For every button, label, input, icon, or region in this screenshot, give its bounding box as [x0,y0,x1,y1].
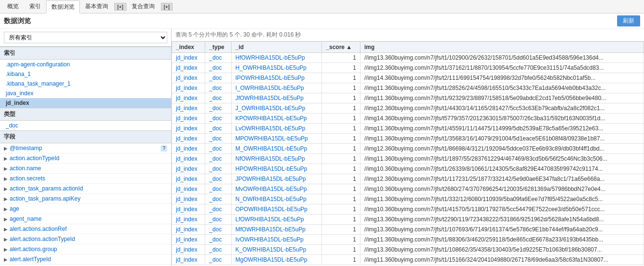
field-item-action-type-id[interactable]: ▶ action.actionTypeId [0,153,171,164]
cell-type: _doc [205,184,231,194]
cell-id: HPOWRHIBA15DL-bE5uPp [231,164,322,174]
cell-img: //img11.360buyimg.com/n7/jfs/t1/45591/11… [360,124,644,134]
cell-index: jd_index [172,225,205,235]
cell-score: 1 [322,204,360,215]
col-header-score[interactable]: _score ▲ [322,42,360,53]
field-item-action-name[interactable]: ▶ action.name [0,164,171,174]
col-header-index[interactable]: _index [172,42,205,53]
tab-basic-query[interactable]: 基本查询 [80,0,113,13]
cell-index: jd_index [172,53,205,63]
table-row[interactable]: jd_index _doc M_OWRHIBA15DL-bE5uPp 1 //i… [172,144,644,154]
table-row[interactable]: jd_index _doc MPOWRHIBA15DL-bE5uPp 1 //i… [172,134,644,144]
cell-img: //img10.360buyimg.com/n7/jfs/t1/41570/5/… [360,204,644,215]
table-row[interactable]: jd_index _doc N_OWRHIBA15DL-bE5uPp 1 //i… [172,194,644,204]
cell-img: //img14.360buyimg.com/n7/jfs/t5779/357/2… [360,114,644,124]
type-item-doc[interactable]: _doc [0,121,171,130]
cell-id: MfOWRHIBA15DL-bE5uPp [231,225,322,235]
tab-overview[interactable]: 概览 [2,0,24,13]
col-header-type[interactable]: _type [205,42,231,53]
cell-score: 1 [322,124,360,134]
field-item-alert-type-id[interactable]: ▶ alert.alertTypeId [0,254,171,265]
cell-score: 1 [322,245,360,255]
page-title: 数据浏览 [4,17,31,25]
cell-id: NfOWRHIBA15DL-bE5uPp [231,154,322,164]
table-row[interactable]: jd_index _doc LfOWRHIBA15DL-bE5uPp 1 //i… [172,215,644,225]
field-arrow-icon: ▶ [4,186,8,191]
table-row[interactable]: jd_index _doc I_OWRHIBA15DL-bE5uPp 1 //i… [172,83,644,93]
field-item-agent-name[interactable]: ▶ agent_name [0,214,171,224]
cell-type: _doc [205,164,231,174]
table-row[interactable]: jd_index _doc NfOWRHIBA15DL-bE5uPp 1 //i… [172,154,644,164]
field-item-age[interactable]: ▶ age [0,204,171,214]
col-header-img: img [360,42,644,53]
cell-img: //img11.360buyimg.com/n7/jfs/t1/1897/55/… [360,154,644,164]
cell-id: M_OWRHIBA15DL-bE5uPp [231,144,322,154]
field-arrow-icon: ▶ [4,257,8,262]
table-row[interactable]: jd_index _doc JPOWRHIBA15DL-bE5uPp 1 //i… [172,174,644,184]
field-item-alert-action-ref[interactable]: ▶ alert.actions.actionRef [0,224,171,234]
cell-index: jd_index [172,194,205,204]
index-item-jd[interactable]: jd_index [0,98,171,108]
data-table-container[interactable]: _index _type _id _score ▲ img jd_index _… [172,41,644,266]
cell-score: 1 [322,114,360,124]
cell-type: _doc [205,235,231,245]
cell-score: 1 [322,63,360,73]
field-item-timestamp[interactable]: ▶ @timestamp ? [0,143,171,153]
cell-index: jd_index [172,164,205,174]
table-row[interactable]: jd_index _doc LvOWRHIBA15DL-bE5uPp 1 //i… [172,124,644,134]
refresh-button[interactable]: 刷新 [617,15,640,26]
cell-type: _doc [205,215,231,225]
table-row[interactable]: jd_index _doc IPOWRHIBA15DL-bE5uPp 1 //i… [172,73,644,83]
tab-compound-query[interactable]: 复合查询 [126,0,160,13]
index-item-apm[interactable]: .apm-agent-configuration [0,60,171,69]
field-item-alert-action-type-id[interactable]: ▶ alert.actions.actionTypeId [0,234,171,244]
table-row[interactable]: jd_index _doc J_OWRHIBA15DL-bE5uPp 1 //i… [172,103,644,114]
table-row[interactable]: jd_index _doc K_OWRHIBA15DL-bE5uPp 1 //i… [172,245,644,255]
cell-img: //img11.360buyimg.com/n7/jfs/t1/15166/32… [360,255,644,265]
table-row[interactable]: jd_index _doc MvOWRHIBA15DL-bE5uPp 1 //i… [172,184,644,194]
table-row[interactable]: jd_index _doc MfOWRHIBA15DL-bE5uPp 1 //i… [172,225,644,235]
cell-index: jd_index [172,93,205,103]
table-row[interactable]: jd_index _doc H_OWRHIBA15DL-bE5uPp 1 //i… [172,63,644,73]
table-row[interactable]: jd_index _doc MgOWRHIBA15DL-bE5uPp 1 //i… [172,255,644,265]
cell-id: IPOWRHIBA15DL-bE5uPp [231,73,322,83]
index-select-dropdown[interactable]: 所有索引 [4,32,167,43]
field-name-label: agent_name [10,215,167,222]
cell-type: _doc [205,114,231,124]
tab-basic-query-group: 基本查询 [+] [80,0,126,13]
cell-index: jd_index [172,174,205,184]
table-row[interactable]: jd_index _doc JfOWRHIBA15DL-bE5uPp 1 //i… [172,93,644,103]
field-name-label: action.secrets [10,175,167,182]
cell-id: N_OWRHIBA15DL-bE5uPp [231,194,322,204]
cell-id: I_OWRHIBA15DL-bE5uPp [231,83,322,93]
field-item-alert-actions-group[interactable]: ▶ alert.actions.group [0,244,171,254]
cell-index: jd_index [172,154,205,164]
field-item-action-secrets[interactable]: ▶ action.secrets [0,174,171,184]
field-name-label: alert.alertTypeId [10,256,167,263]
compound-query-add-btn[interactable]: [+] [161,3,173,11]
table-row[interactable]: jd_index _doc OPOWRHIBA15DL-bE5uPp 1 //i… [172,204,644,215]
cell-img: //img11.360buyimg.com/n7/jfs/t1/28526/24… [360,83,644,93]
field-item-action-task-api-key[interactable]: ▶ action_task_params.apiKey [0,194,171,204]
cell-score: 1 [322,174,360,184]
table-body: jd_index _doc HfOWRHIBA15DL-bE5uPp 1 //i… [172,53,644,265]
cell-type: _doc [205,154,231,164]
field-arrow-icon: ▶ [4,227,8,232]
table-row[interactable]: jd_index _doc IvOWRHIBA15DL-bE5uPp 1 //i… [172,235,644,245]
col-header-id[interactable]: _id [231,42,322,53]
basic-query-add-btn[interactable]: [+] [114,3,126,11]
field-item-action-task-action-id[interactable]: ▶ action_task_params.actionId [0,184,171,194]
table-row[interactable]: jd_index _doc HPOWRHIBA15DL-bE5uPp 1 //i… [172,164,644,174]
index-item-kibana-task[interactable]: .kibana_task_manager_1 [0,79,171,89]
cell-type: _doc [205,103,231,114]
table-row[interactable]: jd_index _doc HfOWRHIBA15DL-bE5uPp 1 //i… [172,53,644,63]
table-row[interactable]: jd_index _doc KPOWRHIBA15DL-bE5uPp 1 //i… [172,114,644,124]
field-name-label: action.actionTypeId [10,155,167,162]
field-arrow-icon: ▶ [4,247,8,252]
tab-index[interactable]: 索引 [24,0,46,13]
cell-type: _doc [205,53,231,63]
field-arrow-icon: ▶ [4,196,8,202]
index-item-java[interactable]: java_index [0,89,171,98]
index-item-kibana1[interactable]: .kibana_1 [0,69,171,79]
tab-data-browse[interactable]: 数据浏览 [46,0,80,13]
